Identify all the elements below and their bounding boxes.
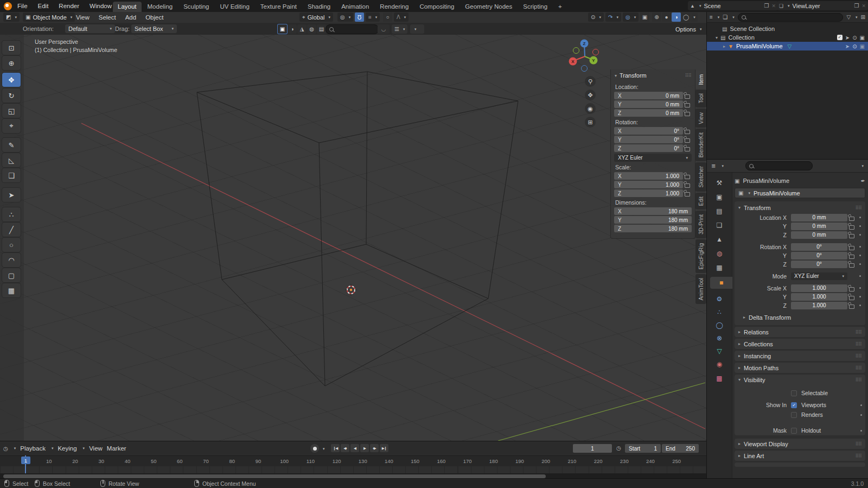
lock-toggle[interactable] bbox=[847, 232, 856, 238]
tool-cursor[interactable]: ⊕ bbox=[2, 56, 21, 70]
lock-toggle[interactable] bbox=[847, 294, 856, 300]
transform-panel-header[interactable]: ▾ Transform ⠿⠿ bbox=[611, 69, 695, 81]
filter-funnel-icon[interactable]: ▽ bbox=[846, 14, 851, 20]
shading-material-button[interactable]: ◑ bbox=[672, 12, 681, 22]
scale-z-field[interactable]: Z1.000 bbox=[614, 189, 683, 197]
lock-location-x[interactable] bbox=[683, 92, 692, 99]
workspace-tab-compositing[interactable]: Compositing bbox=[414, 2, 459, 12]
outliner-search-input[interactable] bbox=[738, 13, 844, 22]
object-name-field[interactable]: ▣▾ PrusaMiniVolume bbox=[735, 188, 865, 198]
timeline-ruler[interactable]: 1020304050607080901001101201301401501601… bbox=[0, 455, 706, 467]
record-button[interactable] bbox=[310, 444, 319, 453]
play-button[interactable]: ▶ bbox=[360, 444, 369, 452]
jump-to-start-button[interactable]: ❙◀ bbox=[331, 444, 340, 452]
workspace-tab-rendering[interactable]: Rendering bbox=[375, 2, 413, 12]
scale-x-field[interactable]: X1.000 bbox=[614, 172, 683, 180]
tool-add-rect[interactable]: ▢ bbox=[2, 268, 21, 282]
dimensions-x-field[interactable]: X180 mm bbox=[614, 207, 692, 215]
animate-dot[interactable] bbox=[859, 287, 861, 289]
prop-value-field[interactable]: 1.000 bbox=[791, 302, 847, 309]
particles-properties-tab[interactable]: ∴ bbox=[707, 306, 732, 318]
sidebar-tab-tool[interactable]: Tool bbox=[695, 90, 706, 107]
prop-value-field[interactable]: 0 mm bbox=[791, 223, 847, 230]
snap-target[interactable]: ◎▾ bbox=[337, 12, 353, 22]
tool-transform[interactable]: ⌖ bbox=[2, 119, 21, 133]
viewport-canvas[interactable]: Z X Y User Perspective (1) Collection | … bbox=[0, 35, 706, 441]
tool-toggle-1[interactable]: ▣ bbox=[278, 24, 287, 34]
blender-logo-icon[interactable] bbox=[4, 2, 12, 10]
dimensions-y-field[interactable]: Y180 mm bbox=[614, 216, 692, 224]
prop-value-field[interactable]: 0 mm bbox=[791, 231, 847, 239]
shading-wireframe-button[interactable]: ⊕ bbox=[652, 12, 661, 22]
display-mode-icon[interactable]: ❏ bbox=[723, 14, 727, 20]
dimensions-z-field[interactable]: Z180 mm bbox=[614, 225, 692, 232]
lock-toggle[interactable] bbox=[847, 244, 856, 250]
copy-scene-icon[interactable]: ❐ bbox=[764, 3, 769, 9]
proportional-falloff[interactable]: Λ▾ bbox=[394, 12, 409, 22]
tool-measure[interactable]: ◺ bbox=[2, 153, 21, 167]
modifiers-properties-tab[interactable]: ⚙ bbox=[707, 293, 732, 305]
lock-toggle[interactable] bbox=[847, 285, 856, 291]
workspace-tab-uv-editing[interactable]: UV Editing bbox=[215, 2, 254, 12]
render-properties-tab[interactable]: ▣ bbox=[707, 191, 732, 203]
editor-type-selector[interactable]: ◩▾ bbox=[3, 12, 20, 22]
workspace-tab-sculpting[interactable]: Sculpting bbox=[178, 2, 214, 12]
pin-icon[interactable]: ✒ bbox=[861, 178, 865, 184]
gizmos-toggle[interactable]: ↷▾ bbox=[605, 12, 621, 22]
animate-dot[interactable] bbox=[859, 246, 861, 248]
extra-dropdown[interactable]: ▾ bbox=[410, 24, 424, 34]
animate-dot[interactable] bbox=[859, 234, 861, 236]
frame-end-field[interactable]: End250 bbox=[662, 444, 699, 453]
tool-add-arc[interactable]: ◠ bbox=[2, 253, 21, 267]
mirror-toggle[interactable]: ◡ bbox=[378, 24, 390, 34]
timeline-editor-icon[interactable]: ◷ bbox=[3, 446, 8, 452]
lock-location-y[interactable] bbox=[683, 101, 692, 107]
tool-scale[interactable]: ◱ bbox=[2, 104, 21, 118]
breadcrumb-object[interactable]: PrusaMiniVolume bbox=[743, 178, 789, 184]
toggle-projection-button[interactable]: ⊞ bbox=[585, 117, 596, 128]
material-properties-tab[interactable]: ◉ bbox=[707, 358, 732, 370]
tool-toggle-2[interactable]: ◑ bbox=[288, 24, 297, 34]
menu-view[interactable]: View bbox=[89, 445, 103, 452]
prop-value-field[interactable]: 0° bbox=[791, 261, 847, 268]
prev-keyframe-button[interactable]: ◀• bbox=[341, 444, 349, 452]
animate-dot[interactable] bbox=[859, 255, 861, 256]
orientation-dropdown[interactable]: Default▾ bbox=[65, 24, 115, 33]
rotation-z-field[interactable]: Z0° bbox=[614, 144, 683, 152]
selectable-checkbox[interactable] bbox=[791, 390, 797, 396]
disclosure-icon[interactable]: ▾ bbox=[716, 35, 718, 40]
transform-orientation[interactable]: ⌖ Global ▾ bbox=[299, 12, 333, 22]
workspace-tab-item[interactable]: + bbox=[553, 2, 567, 12]
outliner-row-scene-collection[interactable]: ▤ Scene Collection bbox=[707, 24, 868, 33]
location-y-field[interactable]: Y0 mm bbox=[614, 100, 683, 108]
filter-list-icon[interactable]: ≡ bbox=[710, 14, 713, 20]
menu-playback[interactable]: Playback bbox=[20, 445, 46, 452]
location-x-field[interactable]: X0 mm bbox=[614, 92, 683, 99]
workspace-tab-modeling[interactable]: Modeling bbox=[143, 2, 178, 12]
lock-rotation-z[interactable] bbox=[683, 145, 692, 151]
menu-object[interactable]: Object bbox=[145, 14, 163, 21]
menu-marker[interactable]: Marker bbox=[107, 445, 126, 452]
next-keyframe-button[interactable]: •▶ bbox=[370, 444, 379, 452]
zoom-button[interactable]: ⚲ bbox=[585, 76, 596, 87]
tool-toggle-3[interactable]: ◮ bbox=[297, 24, 307, 34]
menu-window[interactable]: Window bbox=[90, 3, 112, 9]
tool-add-grid[interactable]: ▦ bbox=[2, 283, 21, 297]
tool-move[interactable]: ✥ bbox=[2, 73, 21, 87]
snap-with[interactable]: ⌗▾ bbox=[366, 12, 380, 22]
holdout-checkbox[interactable] bbox=[791, 428, 797, 434]
shading-rendered-button[interactable]: ◯ bbox=[681, 12, 691, 22]
jump-to-end-button[interactable]: ▶❙ bbox=[380, 444, 388, 452]
prop-value-field[interactable]: 0° bbox=[791, 243, 847, 251]
lock-toggle[interactable] bbox=[847, 302, 856, 309]
tool-add-line[interactable]: ╱ bbox=[2, 223, 21, 237]
sidebar-tab-sketcher[interactable]: Sketcher bbox=[695, 162, 706, 191]
sidebar-tab-blenderkit[interactable]: BlenderKit bbox=[695, 129, 706, 161]
tool-toggle-5[interactable]: ▤ bbox=[317, 24, 326, 34]
rotation-mode-dropdown[interactable]: XYZ Euler▾ bbox=[614, 154, 692, 162]
world-properties-tab[interactable]: ◍ bbox=[707, 248, 732, 259]
tool-rotate[interactable]: ↻ bbox=[2, 88, 21, 103]
chevron-down-icon[interactable]: ▾ bbox=[861, 164, 864, 168]
sidebar-tab-edit[interactable]: Edit bbox=[695, 193, 706, 210]
menu-render[interactable]: Render bbox=[59, 3, 79, 9]
